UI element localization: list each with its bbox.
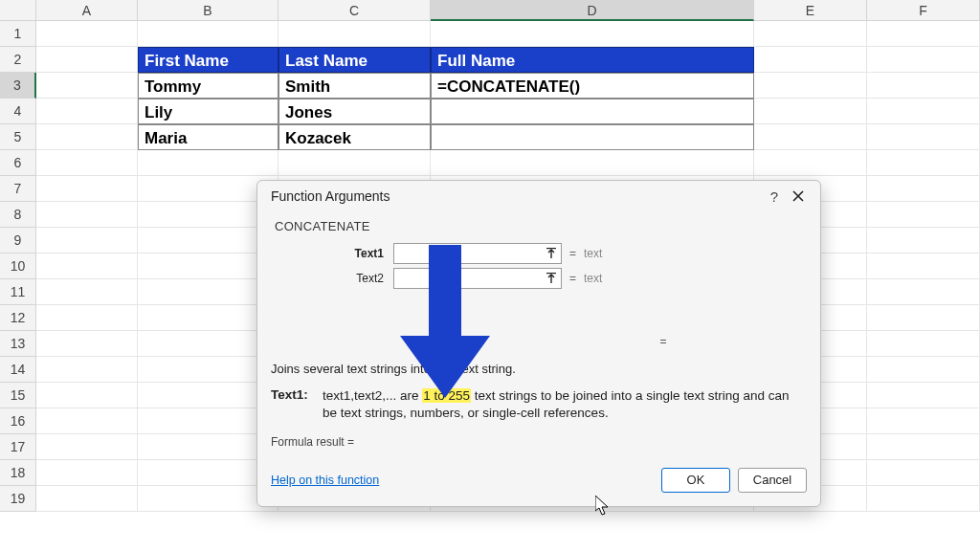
table-cell[interactable]: Maria bbox=[138, 124, 278, 150]
table-header-full-name[interactable]: Full Name bbox=[431, 47, 754, 73]
cell[interactable] bbox=[36, 383, 138, 408]
cell[interactable] bbox=[867, 486, 980, 512]
text2-input[interactable] bbox=[393, 268, 562, 289]
col-header-B[interactable]: B bbox=[138, 0, 278, 21]
cell[interactable] bbox=[867, 228, 980, 253]
table-cell[interactable] bbox=[431, 99, 754, 124]
cell[interactable] bbox=[36, 228, 138, 253]
table-cell[interactable] bbox=[431, 124, 754, 150]
cell[interactable] bbox=[867, 357, 980, 383]
col-header-D[interactable]: D bbox=[431, 0, 754, 21]
refedit-icon[interactable] bbox=[543, 245, 560, 262]
cell[interactable] bbox=[36, 486, 138, 512]
row-header[interactable]: 2 bbox=[0, 47, 36, 73]
cell[interactable] bbox=[36, 460, 138, 486]
text1-input[interactable] bbox=[393, 243, 562, 264]
cell[interactable] bbox=[36, 73, 138, 99]
cell[interactable] bbox=[867, 202, 980, 228]
row-header[interactable]: 7 bbox=[0, 176, 36, 202]
refedit-icon[interactable] bbox=[543, 270, 560, 287]
row-header[interactable]: 15 bbox=[0, 383, 36, 408]
row-header[interactable]: 13 bbox=[0, 331, 36, 357]
cell[interactable] bbox=[36, 176, 138, 202]
table-cell[interactable]: Kozacek bbox=[278, 124, 431, 150]
row-header[interactable]: 6 bbox=[0, 150, 36, 176]
ok-button[interactable]: OK bbox=[661, 468, 730, 493]
row-header[interactable]: 18 bbox=[0, 460, 36, 486]
cell[interactable] bbox=[36, 99, 138, 124]
select-all-corner[interactable] bbox=[0, 0, 36, 21]
cell[interactable] bbox=[867, 124, 980, 150]
row-header[interactable]: 12 bbox=[0, 305, 36, 331]
cell[interactable] bbox=[867, 99, 980, 124]
cell[interactable] bbox=[867, 47, 980, 73]
row-header[interactable]: 19 bbox=[0, 486, 36, 512]
cell[interactable] bbox=[36, 305, 138, 331]
cell[interactable] bbox=[867, 305, 980, 331]
cell[interactable] bbox=[867, 408, 980, 434]
cell[interactable] bbox=[867, 460, 980, 486]
cell[interactable] bbox=[754, 99, 867, 124]
preview-equals: = bbox=[271, 335, 807, 348]
cell[interactable] bbox=[754, 73, 867, 99]
cell[interactable] bbox=[36, 434, 138, 460]
col-header-C[interactable]: C bbox=[278, 0, 431, 21]
cell[interactable] bbox=[36, 150, 138, 176]
cell[interactable] bbox=[867, 331, 980, 357]
dialog-titlebar[interactable]: Function Arguments ? bbox=[257, 181, 820, 211]
cancel-button[interactable]: Cancel bbox=[738, 468, 807, 493]
row-header[interactable]: 16 bbox=[0, 408, 36, 434]
cell[interactable] bbox=[36, 357, 138, 383]
cell[interactable] bbox=[36, 331, 138, 357]
cell[interactable] bbox=[36, 21, 138, 47]
row-header[interactable]: 5 bbox=[0, 124, 36, 150]
col-header-F[interactable]: F bbox=[867, 0, 980, 21]
cell[interactable] bbox=[754, 47, 867, 73]
cell[interactable] bbox=[36, 408, 138, 434]
col-header-A[interactable]: A bbox=[36, 0, 138, 21]
cell[interactable] bbox=[867, 383, 980, 408]
table-header-first-name[interactable]: First Name bbox=[138, 47, 278, 73]
table-cell[interactable]: Lily bbox=[138, 99, 278, 124]
cell[interactable] bbox=[431, 21, 754, 47]
row-header[interactable]: 8 bbox=[0, 202, 36, 228]
row-header[interactable]: 3 bbox=[0, 73, 36, 99]
cell[interactable] bbox=[867, 73, 980, 99]
cell[interactable] bbox=[36, 47, 138, 73]
cell[interactable] bbox=[278, 150, 431, 176]
cell[interactable] bbox=[36, 253, 138, 279]
cell[interactable] bbox=[754, 21, 867, 47]
col-header-E[interactable]: E bbox=[754, 0, 867, 21]
cell[interactable] bbox=[867, 176, 980, 202]
help-link[interactable]: Help on this function bbox=[271, 474, 379, 487]
cell[interactable] bbox=[431, 150, 754, 176]
cell[interactable] bbox=[754, 124, 867, 150]
cell[interactable] bbox=[867, 253, 980, 279]
row-header[interactable]: 1 bbox=[0, 21, 36, 47]
table-header-last-name[interactable]: Last Name bbox=[278, 47, 431, 73]
cell[interactable] bbox=[138, 21, 278, 47]
cell[interactable] bbox=[867, 434, 980, 460]
table-cell[interactable]: Tommy bbox=[138, 73, 278, 99]
help-icon[interactable]: ? bbox=[763, 188, 786, 205]
table-cell[interactable]: Jones bbox=[278, 99, 431, 124]
row-header[interactable]: 10 bbox=[0, 253, 36, 279]
row-header[interactable]: 4 bbox=[0, 99, 36, 124]
cell[interactable] bbox=[36, 124, 138, 150]
cell[interactable] bbox=[867, 279, 980, 305]
cell[interactable] bbox=[278, 21, 431, 47]
function-arguments-dialog[interactable]: Function Arguments ? CONCATENATE Text1 =… bbox=[256, 180, 821, 507]
close-icon[interactable] bbox=[786, 190, 811, 202]
table-cell[interactable]: Smith bbox=[278, 73, 431, 99]
cell[interactable] bbox=[36, 279, 138, 305]
row-header[interactable]: 14 bbox=[0, 357, 36, 383]
cell[interactable] bbox=[867, 150, 980, 176]
active-formula-cell[interactable]: =CONCATENATE() bbox=[431, 73, 754, 99]
row-header[interactable]: 9 bbox=[0, 228, 36, 253]
cell[interactable] bbox=[36, 202, 138, 228]
cell[interactable] bbox=[138, 150, 278, 176]
row-header[interactable]: 11 bbox=[0, 279, 36, 305]
row-header[interactable]: 17 bbox=[0, 434, 36, 460]
cell[interactable] bbox=[867, 21, 980, 47]
cell[interactable] bbox=[754, 150, 867, 176]
